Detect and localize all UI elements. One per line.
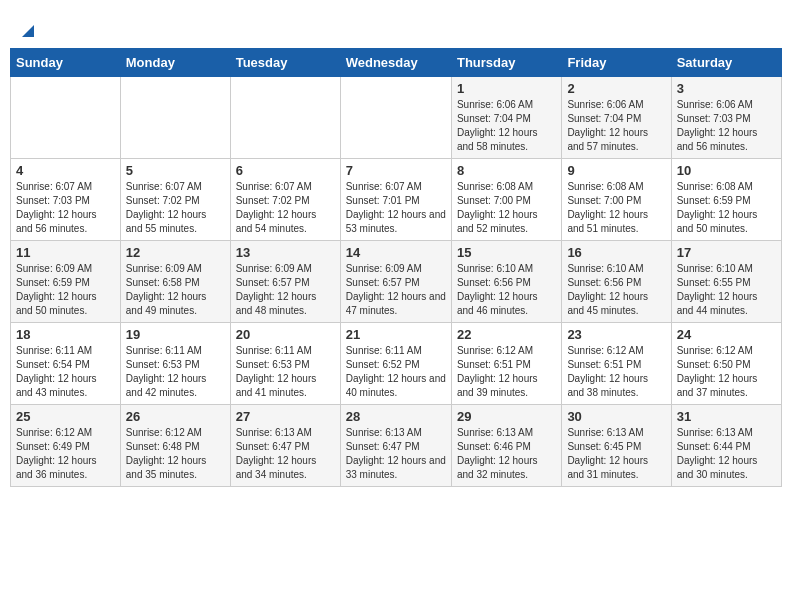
day-number: 28	[346, 409, 446, 424]
day-info: Sunrise: 6:09 AMSunset: 6:57 PMDaylight:…	[346, 262, 446, 318]
day-info: Sunrise: 6:11 AMSunset: 6:53 PMDaylight:…	[126, 344, 225, 400]
day-info: Sunrise: 6:12 AMSunset: 6:49 PMDaylight:…	[16, 426, 115, 482]
calendar-week-row: 11Sunrise: 6:09 AMSunset: 6:59 PMDayligh…	[11, 241, 782, 323]
day-number: 12	[126, 245, 225, 260]
calendar-cell	[230, 77, 340, 159]
weekday-header: Tuesday	[230, 49, 340, 77]
calendar-cell: 20Sunrise: 6:11 AMSunset: 6:53 PMDayligh…	[230, 323, 340, 405]
day-number: 17	[677, 245, 776, 260]
day-info: Sunrise: 6:07 AMSunset: 7:02 PMDaylight:…	[126, 180, 225, 236]
calendar-cell: 4Sunrise: 6:07 AMSunset: 7:03 PMDaylight…	[11, 159, 121, 241]
calendar-cell: 17Sunrise: 6:10 AMSunset: 6:55 PMDayligh…	[671, 241, 781, 323]
calendar-cell: 11Sunrise: 6:09 AMSunset: 6:59 PMDayligh…	[11, 241, 121, 323]
day-number: 30	[567, 409, 665, 424]
calendar-cell: 15Sunrise: 6:10 AMSunset: 6:56 PMDayligh…	[451, 241, 561, 323]
day-number: 15	[457, 245, 556, 260]
day-info: Sunrise: 6:12 AMSunset: 6:50 PMDaylight:…	[677, 344, 776, 400]
day-info: Sunrise: 6:09 AMSunset: 6:58 PMDaylight:…	[126, 262, 225, 318]
day-number: 2	[567, 81, 665, 96]
day-number: 21	[346, 327, 446, 342]
day-number: 9	[567, 163, 665, 178]
calendar-cell: 14Sunrise: 6:09 AMSunset: 6:57 PMDayligh…	[340, 241, 451, 323]
day-number: 5	[126, 163, 225, 178]
calendar-cell: 19Sunrise: 6:11 AMSunset: 6:53 PMDayligh…	[120, 323, 230, 405]
day-number: 24	[677, 327, 776, 342]
calendar-cell: 22Sunrise: 6:12 AMSunset: 6:51 PMDayligh…	[451, 323, 561, 405]
calendar-week-row: 4Sunrise: 6:07 AMSunset: 7:03 PMDaylight…	[11, 159, 782, 241]
day-info: Sunrise: 6:12 AMSunset: 6:51 PMDaylight:…	[457, 344, 556, 400]
calendar-cell: 31Sunrise: 6:13 AMSunset: 6:44 PMDayligh…	[671, 405, 781, 487]
day-number: 27	[236, 409, 335, 424]
logo-triangle-icon	[22, 25, 34, 37]
calendar-cell: 9Sunrise: 6:08 AMSunset: 7:00 PMDaylight…	[562, 159, 671, 241]
calendar-cell: 5Sunrise: 6:07 AMSunset: 7:02 PMDaylight…	[120, 159, 230, 241]
day-number: 31	[677, 409, 776, 424]
day-number: 13	[236, 245, 335, 260]
calendar-cell: 8Sunrise: 6:08 AMSunset: 7:00 PMDaylight…	[451, 159, 561, 241]
day-info: Sunrise: 6:12 AMSunset: 6:48 PMDaylight:…	[126, 426, 225, 482]
day-number: 22	[457, 327, 556, 342]
day-info: Sunrise: 6:06 AMSunset: 7:04 PMDaylight:…	[457, 98, 556, 154]
day-info: Sunrise: 6:11 AMSunset: 6:53 PMDaylight:…	[236, 344, 335, 400]
day-number: 1	[457, 81, 556, 96]
calendar-cell: 21Sunrise: 6:11 AMSunset: 6:52 PMDayligh…	[340, 323, 451, 405]
day-info: Sunrise: 6:13 AMSunset: 6:47 PMDaylight:…	[346, 426, 446, 482]
day-number: 25	[16, 409, 115, 424]
day-number: 23	[567, 327, 665, 342]
day-info: Sunrise: 6:07 AMSunset: 7:02 PMDaylight:…	[236, 180, 335, 236]
day-info: Sunrise: 6:12 AMSunset: 6:51 PMDaylight:…	[567, 344, 665, 400]
weekday-header: Sunday	[11, 49, 121, 77]
calendar-table: SundayMondayTuesdayWednesdayThursdayFrid…	[10, 48, 782, 487]
day-info: Sunrise: 6:06 AMSunset: 7:03 PMDaylight:…	[677, 98, 776, 154]
calendar-cell: 10Sunrise: 6:08 AMSunset: 6:59 PMDayligh…	[671, 159, 781, 241]
day-number: 29	[457, 409, 556, 424]
day-number: 18	[16, 327, 115, 342]
day-info: Sunrise: 6:10 AMSunset: 6:56 PMDaylight:…	[457, 262, 556, 318]
calendar-cell: 28Sunrise: 6:13 AMSunset: 6:47 PMDayligh…	[340, 405, 451, 487]
calendar-week-row: 25Sunrise: 6:12 AMSunset: 6:49 PMDayligh…	[11, 405, 782, 487]
calendar-cell: 1Sunrise: 6:06 AMSunset: 7:04 PMDaylight…	[451, 77, 561, 159]
logo	[20, 20, 34, 38]
day-number: 4	[16, 163, 115, 178]
day-info: Sunrise: 6:07 AMSunset: 7:01 PMDaylight:…	[346, 180, 446, 236]
calendar-cell: 29Sunrise: 6:13 AMSunset: 6:46 PMDayligh…	[451, 405, 561, 487]
day-info: Sunrise: 6:08 AMSunset: 7:00 PMDaylight:…	[567, 180, 665, 236]
day-number: 10	[677, 163, 776, 178]
day-number: 26	[126, 409, 225, 424]
day-number: 8	[457, 163, 556, 178]
day-info: Sunrise: 6:10 AMSunset: 6:56 PMDaylight:…	[567, 262, 665, 318]
calendar-cell: 30Sunrise: 6:13 AMSunset: 6:45 PMDayligh…	[562, 405, 671, 487]
day-info: Sunrise: 6:13 AMSunset: 6:47 PMDaylight:…	[236, 426, 335, 482]
weekday-header-row: SundayMondayTuesdayWednesdayThursdayFrid…	[11, 49, 782, 77]
weekday-header: Wednesday	[340, 49, 451, 77]
day-number: 11	[16, 245, 115, 260]
calendar-cell	[340, 77, 451, 159]
calendar-cell: 26Sunrise: 6:12 AMSunset: 6:48 PMDayligh…	[120, 405, 230, 487]
day-number: 16	[567, 245, 665, 260]
calendar-week-row: 1Sunrise: 6:06 AMSunset: 7:04 PMDaylight…	[11, 77, 782, 159]
calendar-cell: 3Sunrise: 6:06 AMSunset: 7:03 PMDaylight…	[671, 77, 781, 159]
calendar-cell: 6Sunrise: 6:07 AMSunset: 7:02 PMDaylight…	[230, 159, 340, 241]
day-number: 6	[236, 163, 335, 178]
day-number: 20	[236, 327, 335, 342]
day-info: Sunrise: 6:13 AMSunset: 6:44 PMDaylight:…	[677, 426, 776, 482]
calendar-cell	[11, 77, 121, 159]
calendar-cell: 7Sunrise: 6:07 AMSunset: 7:01 PMDaylight…	[340, 159, 451, 241]
day-info: Sunrise: 6:09 AMSunset: 6:59 PMDaylight:…	[16, 262, 115, 318]
day-info: Sunrise: 6:08 AMSunset: 6:59 PMDaylight:…	[677, 180, 776, 236]
day-number: 3	[677, 81, 776, 96]
day-number: 7	[346, 163, 446, 178]
day-info: Sunrise: 6:07 AMSunset: 7:03 PMDaylight:…	[16, 180, 115, 236]
day-info: Sunrise: 6:11 AMSunset: 6:54 PMDaylight:…	[16, 344, 115, 400]
day-info: Sunrise: 6:11 AMSunset: 6:52 PMDaylight:…	[346, 344, 446, 400]
calendar-cell: 23Sunrise: 6:12 AMSunset: 6:51 PMDayligh…	[562, 323, 671, 405]
day-info: Sunrise: 6:13 AMSunset: 6:46 PMDaylight:…	[457, 426, 556, 482]
weekday-header: Thursday	[451, 49, 561, 77]
day-info: Sunrise: 6:09 AMSunset: 6:57 PMDaylight:…	[236, 262, 335, 318]
calendar-cell: 16Sunrise: 6:10 AMSunset: 6:56 PMDayligh…	[562, 241, 671, 323]
weekday-header: Monday	[120, 49, 230, 77]
day-info: Sunrise: 6:06 AMSunset: 7:04 PMDaylight:…	[567, 98, 665, 154]
day-info: Sunrise: 6:13 AMSunset: 6:45 PMDaylight:…	[567, 426, 665, 482]
day-info: Sunrise: 6:10 AMSunset: 6:55 PMDaylight:…	[677, 262, 776, 318]
calendar-cell: 24Sunrise: 6:12 AMSunset: 6:50 PMDayligh…	[671, 323, 781, 405]
